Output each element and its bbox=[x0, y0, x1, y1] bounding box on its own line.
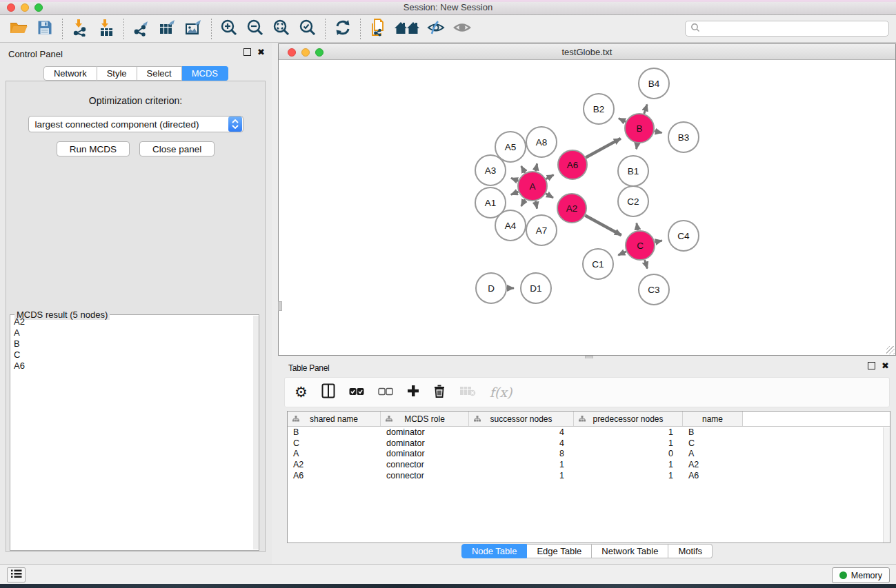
table-cell[interactable]: 8 bbox=[469, 449, 574, 458]
mcds-result-item[interactable]: A6 bbox=[10, 361, 252, 372]
table-cell[interactable]: 1 bbox=[574, 471, 683, 480]
table-cell[interactable]: A2 bbox=[683, 460, 743, 469]
table-cell[interactable]: connector bbox=[381, 471, 469, 480]
show-graphics-details-button[interactable] bbox=[449, 17, 475, 41]
zoom-selected-button[interactable] bbox=[295, 17, 321, 41]
home-button[interactable] bbox=[391, 17, 423, 41]
column-header-name[interactable]: name bbox=[683, 412, 743, 426]
export-network-button[interactable] bbox=[128, 17, 155, 41]
table-cell[interactable]: 1 bbox=[574, 460, 683, 469]
tab-select[interactable]: Select bbox=[137, 66, 182, 81]
mcds-result-item[interactable]: A2 bbox=[10, 316, 252, 327]
table-cell[interactable]: dominator bbox=[381, 449, 469, 458]
tab-node-table[interactable]: Node Table bbox=[461, 544, 528, 558]
column-header-successor-nodes[interactable]: successor nodes bbox=[469, 412, 574, 426]
edge-B-B2[interactable] bbox=[619, 119, 626, 122]
edge-B-B4[interactable] bbox=[644, 104, 647, 114]
table-cell[interactable]: C bbox=[288, 438, 381, 448]
close-panel-icon[interactable]: ✖ bbox=[257, 48, 265, 56]
edge-A-A2[interactable] bbox=[546, 194, 553, 198]
close-table-panel-icon[interactable]: ✖ bbox=[882, 362, 889, 369]
edge-A-A1[interactable] bbox=[511, 192, 519, 194]
close-panel-button[interactable]: Close panel bbox=[139, 141, 215, 156]
resize-grip-icon[interactable] bbox=[886, 346, 895, 354]
search-input[interactable] bbox=[701, 24, 888, 34]
zoom-out-button[interactable] bbox=[242, 17, 268, 41]
float-panel-icon[interactable] bbox=[243, 48, 251, 56]
table-cell[interactable]: A6 bbox=[683, 471, 743, 480]
splitter-handle[interactable] bbox=[278, 301, 282, 311]
table-cell[interactable]: 1 bbox=[574, 427, 683, 437]
mcds-result-item[interactable]: C bbox=[10, 349, 252, 361]
table-cell[interactable]: A bbox=[683, 449, 743, 458]
table-row[interactable]: Adominator80A bbox=[288, 449, 890, 460]
zoom-in-button[interactable] bbox=[216, 17, 242, 41]
tab-network[interactable]: Network bbox=[43, 66, 97, 81]
export-table-button[interactable] bbox=[155, 17, 181, 41]
float-table-panel-icon[interactable] bbox=[868, 362, 875, 369]
table-scrollbar[interactable] bbox=[883, 427, 890, 543]
table-cell[interactable]: dominator bbox=[381, 427, 469, 437]
memory-button[interactable]: Memory bbox=[832, 567, 890, 583]
table-cell[interactable]: 4 bbox=[469, 427, 574, 437]
network-canvas[interactable]: B4B2BB3A5A8A6B1A3AC2A1A2A4A7C4CC1DD1C3 bbox=[279, 61, 895, 355]
edge-C-C2[interactable] bbox=[637, 223, 638, 231]
import-network-button[interactable] bbox=[67, 17, 93, 41]
tab-style[interactable]: Style bbox=[97, 66, 137, 81]
table-cell[interactable]: A6 bbox=[288, 471, 381, 480]
edge-A2-C[interactable] bbox=[585, 216, 621, 236]
table-row[interactable]: Bdominator41B bbox=[288, 427, 890, 438]
edge-A-A8[interactable] bbox=[535, 163, 537, 171]
column-header-MCDS-role[interactable]: MCDS role bbox=[381, 412, 469, 426]
table-cell[interactable]: A bbox=[288, 449, 381, 458]
hide-graphics-details-button[interactable] bbox=[423, 17, 449, 41]
mcds-result-scrollbar[interactable] bbox=[253, 316, 259, 549]
export-image-button[interactable] bbox=[181, 17, 207, 41]
edge-A6-B[interactable] bbox=[586, 139, 620, 158]
show-panels-menu-button[interactable] bbox=[7, 567, 26, 582]
edge-C-C1[interactable] bbox=[618, 252, 626, 255]
edge-A-A4[interactable] bbox=[521, 199, 526, 206]
refresh-button[interactable] bbox=[330, 17, 356, 41]
table-cell[interactable]: 0 bbox=[574, 449, 683, 458]
tab-network-table[interactable]: Network Table bbox=[592, 544, 668, 558]
table-cell[interactable]: 4 bbox=[469, 438, 574, 448]
tab-edge-table[interactable]: Edge Table bbox=[527, 544, 592, 558]
mcds-result-item[interactable]: A bbox=[10, 327, 252, 338]
tab-motifs[interactable]: Motifs bbox=[668, 544, 713, 558]
column-header-shared-name[interactable]: shared name bbox=[288, 412, 381, 426]
edge-A-A5[interactable] bbox=[521, 166, 526, 173]
deselect-all-columns-button[interactable] bbox=[378, 386, 393, 398]
network-graph[interactable]: B4B2BB3A5A8A6B1A3AC2A1A2A4A7C4CC1DD1C3 bbox=[279, 61, 895, 355]
search-field[interactable] bbox=[685, 21, 889, 37]
edge-B-B3[interactable] bbox=[655, 131, 662, 132]
edge-A-A3[interactable] bbox=[511, 178, 518, 181]
delete-table-button[interactable] bbox=[459, 385, 476, 399]
apply-function-button[interactable]: f(x) bbox=[490, 385, 512, 400]
show-columns-button[interactable] bbox=[321, 383, 335, 401]
table-cell[interactable]: B bbox=[288, 427, 381, 437]
table-cell[interactable]: dominator bbox=[381, 438, 469, 448]
edge-C-C4[interactable] bbox=[655, 241, 661, 242]
select-all-columns-button[interactable] bbox=[349, 386, 364, 398]
tab-mcds[interactable]: MCDS bbox=[182, 66, 228, 81]
mcds-result-item[interactable]: B bbox=[10, 338, 252, 349]
duplicate-network-button[interactable] bbox=[365, 17, 391, 41]
import-table-button[interactable] bbox=[93, 17, 119, 41]
table-settings-button[interactable]: ⚙ bbox=[295, 385, 308, 399]
run-mcds-button[interactable]: Run MCDS bbox=[57, 141, 130, 156]
table-cell[interactable]: 1 bbox=[469, 460, 574, 469]
open-session-button[interactable] bbox=[6, 17, 32, 41]
table-row[interactable]: Cdominator41C bbox=[288, 438, 890, 449]
edge-B-B1[interactable] bbox=[637, 143, 637, 150]
table-cell[interactable]: 1 bbox=[574, 438, 683, 448]
edge-A-A6[interactable] bbox=[546, 175, 553, 179]
table-cell[interactable]: B bbox=[683, 427, 743, 437]
table-cell[interactable]: connector bbox=[381, 460, 469, 469]
node-table[interactable]: shared nameMCDS rolesuccessor nodesprede… bbox=[287, 411, 890, 543]
column-header-predecessor-nodes[interactable]: predecessor nodes bbox=[574, 412, 683, 426]
table-cell[interactable]: A2 bbox=[288, 460, 381, 469]
delete-column-button[interactable] bbox=[433, 384, 446, 401]
create-column-button[interactable] bbox=[407, 385, 419, 400]
table-row[interactable]: A2connector11A2 bbox=[288, 459, 890, 470]
